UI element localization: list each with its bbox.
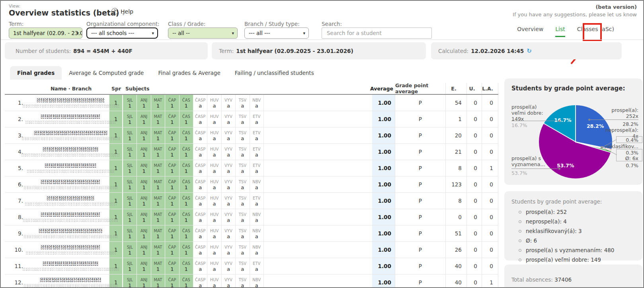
subject-label: MAT bbox=[154, 212, 162, 217]
subject-value: a bbox=[199, 185, 202, 190]
late-arrivals: 0 bbox=[482, 193, 498, 209]
student-branch-redacted bbox=[25, 251, 116, 255]
subject-grade: ČAP1 bbox=[165, 127, 179, 143]
branch-study-select[interactable]: --- all --- ▾ bbox=[244, 27, 309, 39]
student-branch-redacted bbox=[21, 137, 120, 141]
student-name-redacted bbox=[47, 196, 94, 201]
late-arrivals: 0 bbox=[482, 242, 498, 258]
table-row: 3.1SJL1ANJ1MAT1ČAP1ČAS1ČASPaHUVaVYVaTSVa… bbox=[5, 127, 498, 144]
subject-value: a bbox=[241, 234, 244, 239]
callout-pct: 0.4% bbox=[626, 137, 638, 143]
subject-label: SJL bbox=[127, 261, 133, 266]
subject-value: a bbox=[213, 152, 216, 157]
late-arrivals: 0 bbox=[482, 95, 498, 111]
subject-grade: SJL1 bbox=[123, 274, 137, 288]
col-header-excused[interactable]: E. bbox=[445, 83, 466, 94]
row-number: 5. bbox=[5, 160, 28, 176]
student-name-cell[interactable] bbox=[28, 111, 109, 127]
page-title[interactable]: Overview statistics (beta)▾ bbox=[9, 8, 125, 17]
branch-filter-label: Branch / Study type: bbox=[244, 21, 300, 27]
unexcused-absences: 0 bbox=[466, 209, 482, 225]
callout-pct: 0.7% bbox=[626, 163, 638, 168]
student-name-cell[interactable] bbox=[28, 176, 109, 192]
student-name-cell[interactable] bbox=[28, 242, 109, 258]
subject-label: ČASP bbox=[195, 277, 205, 282]
subject-grade: ANJ1 bbox=[137, 160, 151, 176]
subject-grade: SJL1 bbox=[123, 193, 137, 209]
subject-value: 1 bbox=[142, 266, 145, 272]
subject-label: MAT bbox=[154, 163, 162, 168]
col-header-name-branch[interactable]: Name · Branch bbox=[28, 83, 109, 94]
subject-grade: VYVa bbox=[222, 95, 236, 111]
excused-absences: 8 bbox=[445, 193, 466, 209]
term-select[interactable]: 1st halfyear (02.09. - 23.0 ▾ bbox=[9, 27, 82, 39]
col-header-spr[interactable]: Spr bbox=[109, 83, 123, 94]
subject-grade: ČAS1 bbox=[180, 160, 193, 176]
row-number: 3. bbox=[5, 127, 28, 143]
subject-value: a bbox=[241, 201, 244, 206]
gpa-summary-title: Students by grade point average: bbox=[511, 198, 602, 205]
col-header-unexcused[interactable]: U. bbox=[466, 83, 482, 94]
org-component-select[interactable]: --- all schools --- ▾ bbox=[86, 27, 158, 39]
tab-average-computed-grade[interactable]: Average & Computed grade bbox=[62, 66, 151, 80]
subject-grade: MAT1 bbox=[151, 274, 165, 288]
subject-label: ČAS bbox=[182, 228, 190, 233]
unexcused-absences: 0 bbox=[466, 95, 482, 111]
subject-grade: ČAP1 bbox=[165, 274, 179, 288]
student-branch-redacted bbox=[23, 284, 118, 288]
subject-label: VYV bbox=[224, 261, 232, 266]
subject-label: TSV bbox=[239, 163, 246, 168]
student-name-cell[interactable] bbox=[28, 225, 109, 241]
tab-final-grades-average[interactable]: Final grades & Average bbox=[151, 66, 227, 80]
subject-value: a bbox=[255, 103, 258, 108]
tab-failing-unclassified-students[interactable]: Failing / unclassified students bbox=[228, 66, 321, 80]
subject-value: 1 bbox=[170, 103, 174, 108]
pie-chart[interactable]: 28.2%53.7%16.7% bbox=[539, 105, 612, 178]
student-name-cell[interactable] bbox=[28, 144, 109, 160]
subject-label: MAT bbox=[154, 245, 162, 250]
refresh-icon[interactable]: ↻ bbox=[527, 47, 532, 55]
subject-value: 1 bbox=[170, 152, 174, 157]
gpa-value: P bbox=[395, 209, 445, 225]
student-name-cell[interactable] bbox=[28, 209, 109, 225]
col-header-late[interactable]: L.A. bbox=[482, 83, 498, 94]
subject-grade: ANJ1 bbox=[137, 127, 151, 143]
subject-grade: HUVa bbox=[207, 144, 221, 160]
view-tab-overview[interactable]: Overview bbox=[517, 26, 543, 37]
help-button[interactable]: ? Help bbox=[111, 8, 133, 15]
student-name-cell[interactable] bbox=[28, 193, 109, 209]
table-row: 12.1SJL1ANJ1MAT1ČAP1ČAS1ČASPaHUVaVYVaTSV… bbox=[5, 274, 498, 288]
bullet-icon bbox=[519, 259, 521, 261]
summary-item-text: prospel(a) s vyznamenaním: 480 bbox=[526, 247, 614, 253]
subject-grade: TSVa bbox=[236, 258, 250, 274]
subject-grade: HUVa bbox=[207, 160, 221, 176]
search-input[interactable] bbox=[326, 29, 427, 37]
student-name-cell[interactable] bbox=[28, 258, 109, 274]
student-name-cell[interactable] bbox=[28, 274, 109, 288]
tab-final-grades[interactable]: Final grades bbox=[10, 66, 62, 80]
student-name-cell[interactable] bbox=[28, 95, 109, 111]
subject-label: VYV bbox=[224, 147, 232, 152]
subject-value: a bbox=[227, 152, 230, 157]
callout-neklasifikovany: neklasifikov... bbox=[605, 143, 638, 149]
subject-value: a bbox=[227, 185, 230, 190]
subject-value: a bbox=[199, 266, 202, 272]
class-grade-select[interactable]: -- all -- ▾ bbox=[168, 27, 238, 39]
subject-label: ČAS bbox=[182, 114, 190, 119]
subject-label: SJL bbox=[127, 228, 133, 233]
subject-grade: ČAP1 bbox=[165, 95, 179, 111]
subject-label: ANJ bbox=[141, 163, 147, 168]
col-header-gpa[interactable]: Grade point average bbox=[395, 83, 445, 94]
subject-value: 1 bbox=[128, 217, 131, 223]
col-header-average[interactable]: Average bbox=[372, 83, 395, 94]
subject-grade: ČASPa bbox=[193, 111, 207, 127]
student-name-cell[interactable] bbox=[28, 127, 109, 143]
subject-grade: VYVa bbox=[222, 209, 236, 225]
average-value: 1.00 bbox=[372, 225, 395, 241]
subject-value: 1 bbox=[142, 136, 145, 141]
pie-chart-card: Students by grade point average: 28.2%53… bbox=[504, 78, 642, 185]
view-tab-list[interactable]: List bbox=[555, 26, 565, 37]
student-name-cell[interactable] bbox=[28, 160, 109, 176]
gap-cell bbox=[264, 274, 372, 288]
subject-value: 1 bbox=[128, 234, 131, 239]
